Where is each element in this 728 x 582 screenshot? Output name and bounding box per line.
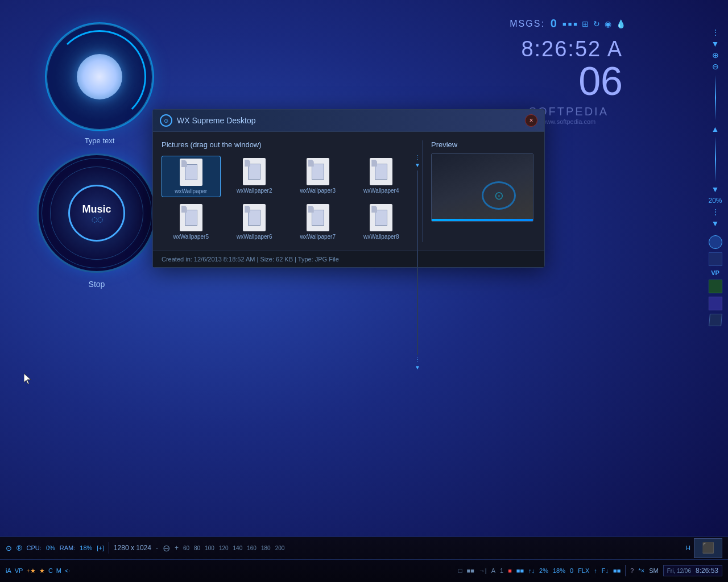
footer-type: Type: JPG File xyxy=(298,256,339,263)
wallpaper-name-8: wxWallpaper8 xyxy=(363,234,399,240)
thumbnail-icon: ⬛ xyxy=(702,542,714,554)
wallpaper-item-5[interactable]: wxWallpaper5 xyxy=(162,202,221,242)
sidebar-percentage: 20% xyxy=(708,197,722,205)
tb-dots: ■■ xyxy=(467,567,474,574)
cpu-label: CPU: xyxy=(27,544,42,551)
widget-type-text[interactable]: Type text xyxy=(46,23,154,131)
tb-question[interactable]: ? xyxy=(630,567,634,574)
msgs-icon-dots[interactable]: ■ ■ ■ xyxy=(562,20,577,27)
tb-bottom-right: □ ■■ →| A 1 ■ ■■ ↑↓ 2% 18% 0 FLX ↑ F↓ ■■… xyxy=(458,565,722,576)
clock-area: 8:26:52 A 06 xyxy=(521,37,623,101)
msgs-icons: ■ ■ ■ ⊞ ↻ ◉ 💧 xyxy=(562,19,626,28)
wallpaper-grid: wxWallpaper wxWallpaper2 wxWallpaper3 xyxy=(162,156,422,242)
tb-arrow2[interactable]: →| xyxy=(479,567,487,574)
dialog-left-panel: Pictures (drag out the window) wxWallpap… xyxy=(162,140,422,242)
wallpaper-name-6: wxWallpaper6 xyxy=(237,234,272,240)
thumbnail-area[interactable]: ⬛ xyxy=(694,538,722,558)
sidebar-circle1[interactable] xyxy=(709,235,722,249)
tb-a[interactable]: A xyxy=(491,567,495,574)
msgs-area: MSGS: 0 ■ ■ ■ ⊞ ↻ ◉ 💧 xyxy=(510,17,626,30)
sidebar-blue2[interactable] xyxy=(709,297,722,310)
widget-music[interactable]: Music ◌◌ Stop xyxy=(37,153,156,273)
sidebar-green[interactable] xyxy=(709,280,722,293)
preview-bar xyxy=(432,219,533,221)
tb-sm: SM xyxy=(649,567,659,574)
wallpaper-scrollbar[interactable]: ⋮ ▼ ⋮ ▼ xyxy=(413,155,422,371)
sidebar-tray[interactable] xyxy=(709,314,722,326)
tb-sep2 xyxy=(625,565,626,576)
tb-chart: ↑↓ xyxy=(528,567,535,574)
refresh-icon[interactable]: ↻ xyxy=(593,19,600,28)
wallpaper-item-8[interactable]: wxWallpaper8 xyxy=(352,202,411,242)
wallpaper-name-2: wxWallpaper2 xyxy=(237,188,272,194)
sidebar-minus-icon[interactable]: ⊖ xyxy=(712,63,719,70)
tb-ia[interactable]: iA xyxy=(6,567,11,574)
tb-icon-r[interactable]: ® xyxy=(16,544,22,552)
wallpaper-icon-6 xyxy=(243,204,266,231)
tb-vp[interactable]: VP xyxy=(15,567,23,574)
scale-nums: 60 80 100 120 140 160 180 200 xyxy=(183,545,284,551)
tb-f: F↓ xyxy=(602,567,609,574)
taskbar-top: ⊙ ® CPU: 0% RAM: 18% [+] 728 x 582 - ⊖… xyxy=(0,537,728,560)
tb-c[interactable]: C xyxy=(48,567,53,574)
tb-asterisk: *× xyxy=(638,567,644,574)
dialog-title-icon: ⊙ xyxy=(160,114,172,127)
grid-icon[interactable]: ⊞ xyxy=(582,19,589,28)
tb-arrow[interactable]: <· xyxy=(65,567,70,574)
wallpaper-name-7: wxWallpaper7 xyxy=(300,234,336,240)
tb-flx: FLX xyxy=(578,567,589,574)
tb-zero: 0 xyxy=(570,567,573,574)
tb-icon-u[interactable]: ⊙ xyxy=(6,544,12,552)
tb-bars: ■■ xyxy=(516,567,524,574)
scroll-track[interactable] xyxy=(417,171,418,355)
wallpaper-item-2[interactable]: wxWallpaper2 xyxy=(225,156,284,197)
msgs-count: 0 xyxy=(551,17,557,30)
cpu-value: 0% xyxy=(46,544,55,551)
wallpaper-item-7[interactable]: wxWallpaper7 xyxy=(288,202,348,242)
wallpaper-item-6[interactable]: wxWallpaper6 xyxy=(225,202,284,242)
scroll-down-top[interactable]: ▼ xyxy=(415,163,420,168)
tb-star1[interactable]: +★ xyxy=(26,567,35,575)
scroll-down2[interactable]: ▼ xyxy=(415,365,420,371)
tb-upload[interactable]: ↑ xyxy=(594,567,597,574)
preview-title: Preview xyxy=(431,140,536,149)
dialog-close-button[interactable]: × xyxy=(525,114,537,127)
tray-time: 8:26:53 xyxy=(696,567,718,575)
scroll-up-btn[interactable]: ⋮ xyxy=(415,155,420,160)
footer-size: Size: 62 KB xyxy=(260,256,293,263)
wallpaper-item-4[interactable]: wxWallpaper4 xyxy=(352,156,411,197)
preview-image: ⊙ xyxy=(431,153,533,222)
zoom-minus-btn[interactable]: ⊖ xyxy=(163,543,170,554)
wallpaper-item-1[interactable]: wxWallpaper xyxy=(162,156,221,197)
circle-icon[interactable]: ◉ xyxy=(605,19,611,28)
sidebar-down2-icon[interactable]: ▼ xyxy=(712,219,719,227)
sidebar-track xyxy=(715,136,716,182)
wallpaper-icon-1 xyxy=(180,159,202,186)
wx-logo-icon: ⊙ xyxy=(164,118,168,124)
tb-plus[interactable]: + xyxy=(175,544,179,552)
scroll-down-btn[interactable]: ⋮ xyxy=(415,357,420,363)
tb-m[interactable]: M xyxy=(56,567,61,574)
ram-value: 18% xyxy=(80,544,92,551)
wallpaper-icon-2 xyxy=(243,158,266,185)
tb-red: ■ xyxy=(508,567,512,574)
tb-1: 1 xyxy=(500,567,503,574)
sidebar-down-arrow[interactable]: ▼ xyxy=(712,185,719,193)
wallpaper-item-3[interactable]: wxWallpaper3 xyxy=(288,156,348,197)
wallpaper-icon-7 xyxy=(307,204,329,231)
sidebar-up-arrow[interactable]: ▲ xyxy=(712,125,719,133)
tb-minus[interactable]: - xyxy=(156,544,158,552)
sidebar-down-icon[interactable]: ▼ xyxy=(712,40,719,48)
sidebar-plus-icon[interactable]: ⊕ xyxy=(712,51,719,59)
tb-window[interactable]: □ xyxy=(458,567,462,574)
add-button[interactable]: [+] xyxy=(97,544,104,551)
sidebar-rect1[interactable] xyxy=(709,252,722,266)
tray-date: Fri, 12/06 xyxy=(667,568,691,574)
tb-star2[interactable]: ★ xyxy=(39,567,45,575)
drop-icon[interactable]: 💧 xyxy=(616,19,626,28)
widget-type-text-label: Type text xyxy=(46,136,154,145)
dialog-title: WX Supreme Desktop xyxy=(177,116,520,125)
sidebar-vp[interactable]: VP xyxy=(711,269,719,276)
h-button[interactable]: H xyxy=(686,544,690,551)
msgs-label: MSGS: xyxy=(510,19,545,29)
